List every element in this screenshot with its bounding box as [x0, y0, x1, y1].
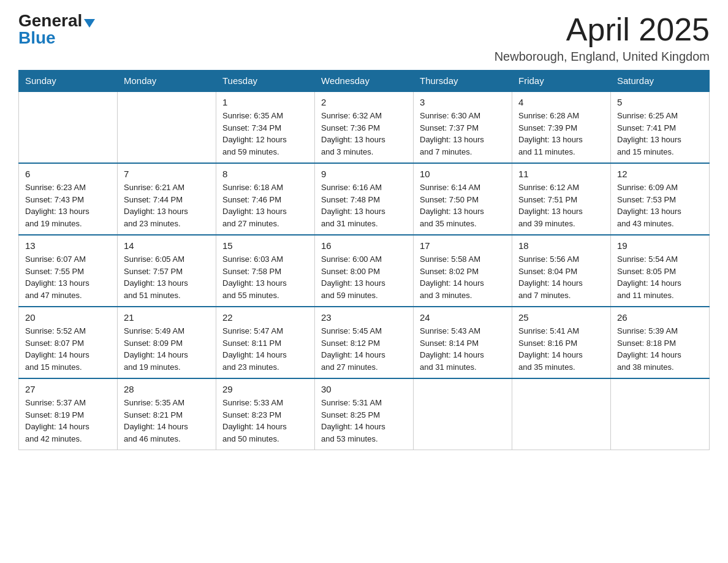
calendar-cell: 26Sunrise: 5:39 AM Sunset: 8:18 PM Dayli…	[611, 307, 710, 378]
calendar-cell: 13Sunrise: 6:07 AM Sunset: 7:55 PM Dayli…	[19, 235, 118, 307]
day-number: 23	[321, 312, 407, 323]
calendar-cell	[414, 378, 512, 450]
day-number: 19	[617, 240, 703, 251]
day-number: 30	[321, 384, 407, 394]
day-info: Sunrise: 6:28 AM Sunset: 7:39 PM Dayligh…	[518, 110, 604, 158]
day-number: 4	[518, 97, 604, 107]
calendar-table: Sunday Monday Tuesday Wednesday Thursday…	[18, 70, 710, 450]
day-info: Sunrise: 5:37 AM Sunset: 8:19 PM Dayligh…	[25, 397, 111, 445]
logo: General Blue	[18, 12, 95, 48]
week-row-3: 13Sunrise: 6:07 AM Sunset: 7:55 PM Dayli…	[19, 235, 710, 307]
day-info: Sunrise: 6:30 AM Sunset: 7:37 PM Dayligh…	[420, 110, 506, 158]
day-number: 16	[321, 240, 407, 251]
day-number: 18	[518, 240, 604, 251]
calendar-cell	[19, 91, 118, 163]
calendar-cell: 24Sunrise: 5:43 AM Sunset: 8:14 PM Dayli…	[414, 307, 512, 378]
calendar-cell: 1Sunrise: 6:35 AM Sunset: 7:34 PM Daylig…	[216, 91, 315, 163]
calendar-cell: 10Sunrise: 6:14 AM Sunset: 7:50 PM Dayli…	[414, 163, 512, 235]
day-number: 17	[420, 240, 506, 251]
week-row-1: 1Sunrise: 6:35 AM Sunset: 7:34 PM Daylig…	[19, 91, 710, 163]
col-header-tuesday: Tuesday	[216, 71, 315, 92]
day-number: 14	[124, 240, 210, 251]
day-info: Sunrise: 5:33 AM Sunset: 8:23 PM Dayligh…	[222, 397, 308, 445]
day-info: Sunrise: 6:32 AM Sunset: 7:36 PM Dayligh…	[321, 110, 407, 158]
day-info: Sunrise: 5:39 AM Sunset: 8:18 PM Dayligh…	[617, 325, 703, 373]
calendar-cell: 18Sunrise: 5:56 AM Sunset: 8:04 PM Dayli…	[512, 235, 611, 307]
day-number: 5	[617, 97, 703, 107]
day-number: 1	[222, 97, 308, 107]
day-number: 13	[25, 240, 111, 251]
day-number: 9	[321, 169, 407, 179]
day-info: Sunrise: 6:09 AM Sunset: 7:53 PM Dayligh…	[617, 182, 703, 229]
day-info: Sunrise: 6:35 AM Sunset: 7:34 PM Dayligh…	[222, 110, 308, 158]
day-info: Sunrise: 6:07 AM Sunset: 7:55 PM Dayligh…	[25, 253, 111, 301]
day-info: Sunrise: 5:58 AM Sunset: 8:02 PM Dayligh…	[420, 253, 506, 301]
day-info: Sunrise: 5:56 AM Sunset: 8:04 PM Dayligh…	[518, 253, 604, 301]
calendar-cell	[512, 378, 611, 450]
calendar-cell: 2Sunrise: 6:32 AM Sunset: 7:36 PM Daylig…	[315, 91, 414, 163]
day-info: Sunrise: 6:00 AM Sunset: 8:00 PM Dayligh…	[321, 253, 407, 301]
day-info: Sunrise: 6:16 AM Sunset: 7:48 PM Dayligh…	[321, 182, 407, 229]
day-number: 8	[222, 169, 308, 179]
day-number: 11	[518, 169, 604, 179]
calendar-cell: 14Sunrise: 6:05 AM Sunset: 7:57 PM Dayli…	[118, 235, 216, 307]
day-number: 3	[420, 97, 506, 107]
day-info: Sunrise: 5:35 AM Sunset: 8:21 PM Dayligh…	[124, 397, 210, 445]
day-info: Sunrise: 5:31 AM Sunset: 8:25 PM Dayligh…	[321, 397, 407, 445]
day-info: Sunrise: 5:52 AM Sunset: 8:07 PM Dayligh…	[25, 325, 111, 373]
day-number: 22	[222, 312, 308, 323]
calendar-cell: 16Sunrise: 6:00 AM Sunset: 8:00 PM Dayli…	[315, 235, 414, 307]
day-number: 27	[25, 384, 111, 394]
col-header-monday: Monday	[118, 71, 216, 92]
day-info: Sunrise: 5:41 AM Sunset: 8:16 PM Dayligh…	[518, 325, 604, 373]
col-header-sunday: Sunday	[19, 71, 118, 92]
calendar-cell: 27Sunrise: 5:37 AM Sunset: 8:19 PM Dayli…	[19, 378, 118, 450]
day-info: Sunrise: 5:45 AM Sunset: 8:12 PM Dayligh…	[321, 325, 407, 373]
logo-general: General	[18, 12, 82, 29]
calendar-cell: 8Sunrise: 6:18 AM Sunset: 7:46 PM Daylig…	[216, 163, 315, 235]
day-info: Sunrise: 6:25 AM Sunset: 7:41 PM Dayligh…	[617, 110, 703, 158]
calendar-cell: 11Sunrise: 6:12 AM Sunset: 7:51 PM Dayli…	[512, 163, 611, 235]
calendar-cell: 20Sunrise: 5:52 AM Sunset: 8:07 PM Dayli…	[19, 307, 118, 378]
day-info: Sunrise: 6:18 AM Sunset: 7:46 PM Dayligh…	[222, 182, 308, 229]
day-number: 25	[518, 312, 604, 323]
calendar-cell: 7Sunrise: 6:21 AM Sunset: 7:44 PM Daylig…	[118, 163, 216, 235]
calendar-cell: 17Sunrise: 5:58 AM Sunset: 8:02 PM Dayli…	[414, 235, 512, 307]
day-info: Sunrise: 5:47 AM Sunset: 8:11 PM Dayligh…	[222, 325, 308, 373]
calendar-cell: 22Sunrise: 5:47 AM Sunset: 8:11 PM Dayli…	[216, 307, 315, 378]
calendar-cell: 4Sunrise: 6:28 AM Sunset: 7:39 PM Daylig…	[512, 91, 611, 163]
calendar-cell: 3Sunrise: 6:30 AM Sunset: 7:37 PM Daylig…	[414, 91, 512, 163]
calendar-cell: 25Sunrise: 5:41 AM Sunset: 8:16 PM Dayli…	[512, 307, 611, 378]
day-number: 24	[420, 312, 506, 323]
col-header-saturday: Saturday	[611, 71, 710, 92]
day-number: 20	[25, 312, 111, 323]
day-number: 15	[222, 240, 308, 251]
day-info: Sunrise: 6:12 AM Sunset: 7:51 PM Dayligh…	[518, 182, 604, 229]
day-info: Sunrise: 5:49 AM Sunset: 8:09 PM Dayligh…	[124, 325, 210, 373]
day-info: Sunrise: 6:23 AM Sunset: 7:43 PM Dayligh…	[25, 182, 111, 229]
col-header-thursday: Thursday	[414, 71, 512, 92]
calendar-cell: 30Sunrise: 5:31 AM Sunset: 8:25 PM Dayli…	[315, 378, 414, 450]
day-number: 10	[420, 169, 506, 179]
day-number: 28	[124, 384, 210, 394]
day-info: Sunrise: 6:21 AM Sunset: 7:44 PM Dayligh…	[124, 182, 210, 229]
week-row-4: 20Sunrise: 5:52 AM Sunset: 8:07 PM Dayli…	[19, 307, 710, 378]
calendar-cell: 12Sunrise: 6:09 AM Sunset: 7:53 PM Dayli…	[611, 163, 710, 235]
day-number: 6	[25, 169, 111, 179]
day-info: Sunrise: 5:43 AM Sunset: 8:14 PM Dayligh…	[420, 325, 506, 373]
calendar-cell: 28Sunrise: 5:35 AM Sunset: 8:21 PM Dayli…	[118, 378, 216, 450]
day-info: Sunrise: 5:54 AM Sunset: 8:05 PM Dayligh…	[617, 253, 703, 301]
logo-blue: Blue	[18, 28, 56, 48]
calendar-cell: 5Sunrise: 6:25 AM Sunset: 7:41 PM Daylig…	[611, 91, 710, 163]
day-number: 2	[321, 97, 407, 107]
calendar-cell: 6Sunrise: 6:23 AM Sunset: 7:43 PM Daylig…	[19, 163, 118, 235]
calendar-cell	[118, 91, 216, 163]
calendar-cell	[611, 378, 710, 450]
title-area: April 2025 Newborough, England, United K…	[495, 12, 710, 64]
page-header: General Blue April 2025 Newborough, Engl…	[18, 12, 710, 64]
day-info: Sunrise: 6:14 AM Sunset: 7:50 PM Dayligh…	[420, 182, 506, 229]
day-number: 7	[124, 169, 210, 179]
day-info: Sunrise: 6:03 AM Sunset: 7:58 PM Dayligh…	[222, 253, 308, 301]
week-row-2: 6Sunrise: 6:23 AM Sunset: 7:43 PM Daylig…	[19, 163, 710, 235]
day-number: 26	[617, 312, 703, 323]
